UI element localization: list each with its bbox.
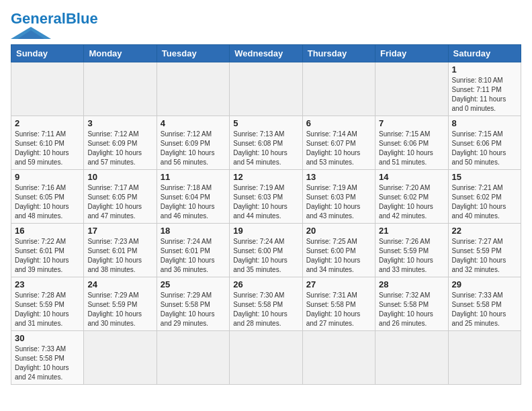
day-info: Sunrise: 7:25 AM Sunset: 6:00 PM Dayligh… [306,237,371,275]
calendar-cell: 7Sunrise: 7:15 AM Sunset: 6:06 PM Daylig… [375,116,448,170]
weekday-header-wednesday: Wednesday [230,45,302,62]
logo: GeneralBlue [11,11,98,39]
calendar-cell: 21Sunrise: 7:26 AM Sunset: 5:59 PM Dayli… [375,224,448,277]
day-info: Sunrise: 7:22 AM Sunset: 6:01 PM Dayligh… [15,237,80,275]
calendar-cell: 11Sunrise: 7:18 AM Sunset: 6:04 PM Dayli… [157,170,229,224]
calendar-cell: 22Sunrise: 7:27 AM Sunset: 5:59 PM Dayli… [448,224,521,277]
calendar-cell: 9Sunrise: 7:16 AM Sunset: 6:05 PM Daylig… [11,170,84,224]
day-info: Sunrise: 7:23 AM Sunset: 6:01 PM Dayligh… [87,237,152,275]
day-info: Sunrise: 7:17 AM Sunset: 6:05 PM Dayligh… [87,183,152,221]
weekday-header-sunday: Sunday [11,45,84,62]
calendar-cell: 23Sunrise: 7:28 AM Sunset: 5:59 PM Dayli… [11,277,84,331]
calendar-cell [302,62,375,116]
weekday-header-tuesday: Tuesday [157,45,229,62]
weekday-header-saturday: Saturday [448,45,521,62]
day-info: Sunrise: 7:24 AM Sunset: 6:01 PM Dayligh… [161,237,226,275]
calendar-cell: 3Sunrise: 7:12 AM Sunset: 6:09 PM Daylig… [84,116,157,170]
day-number: 20 [306,226,371,236]
day-number: 12 [233,172,298,182]
calendar-cell [375,331,448,385]
calendar-cell: 16Sunrise: 7:22 AM Sunset: 6:01 PM Dayli… [11,224,84,277]
weekday-header-row: SundayMondayTuesdayWednesdayThursdayFrid… [11,45,521,62]
day-info: Sunrise: 7:14 AM Sunset: 6:07 PM Dayligh… [306,130,371,167]
calendar-cell: 20Sunrise: 7:25 AM Sunset: 6:00 PM Dayli… [302,224,375,277]
calendar-cell [157,331,229,385]
day-number: 9 [15,172,80,182]
weekday-header-friday: Friday [375,45,448,62]
day-number: 24 [87,279,152,289]
calendar-cell: 27Sunrise: 7:31 AM Sunset: 5:58 PM Dayli… [302,277,375,331]
day-number: 19 [233,226,298,236]
calendar-cell: 2Sunrise: 7:11 AM Sunset: 6:10 PM Daylig… [11,116,84,170]
calendar-cell [230,62,302,116]
day-info: Sunrise: 7:11 AM Sunset: 6:10 PM Dayligh… [15,130,80,167]
day-number: 17 [87,226,152,236]
calendar-week-row: 16Sunrise: 7:22 AM Sunset: 6:01 PM Dayli… [11,224,521,277]
calendar-cell: 28Sunrise: 7:32 AM Sunset: 5:58 PM Dayli… [375,277,448,331]
calendar-cell [11,62,84,116]
day-number: 18 [161,226,226,236]
logo-text: GeneralBlue [11,11,98,27]
day-info: Sunrise: 7:29 AM Sunset: 5:58 PM Dayligh… [161,291,226,328]
calendar-week-row: 23Sunrise: 7:28 AM Sunset: 5:59 PM Dayli… [11,277,521,331]
day-number: 30 [15,333,80,343]
day-info: Sunrise: 7:24 AM Sunset: 6:00 PM Dayligh… [233,237,298,275]
calendar-cell: 15Sunrise: 7:21 AM Sunset: 6:02 PM Dayli… [448,170,521,224]
day-info: Sunrise: 7:27 AM Sunset: 5:59 PM Dayligh… [452,237,517,275]
day-number: 10 [87,172,152,182]
calendar-cell [84,62,157,116]
day-number: 1 [452,64,517,75]
day-info: Sunrise: 7:26 AM Sunset: 5:59 PM Dayligh… [379,237,444,275]
day-number: 21 [379,226,444,236]
day-number: 26 [233,279,298,289]
logo-blue: Blue [66,10,98,27]
day-number: 28 [379,279,444,289]
day-info: Sunrise: 7:28 AM Sunset: 5:59 PM Dayligh… [15,291,80,328]
day-number: 6 [306,118,371,128]
day-info: Sunrise: 7:12 AM Sunset: 6:09 PM Dayligh… [161,130,226,167]
day-info: Sunrise: 7:33 AM Sunset: 5:58 PM Dayligh… [15,345,80,382]
day-info: Sunrise: 7:18 AM Sunset: 6:04 PM Dayligh… [161,183,226,221]
day-number: 13 [306,172,371,182]
calendar-week-row: 30Sunrise: 7:33 AM Sunset: 5:58 PM Dayli… [11,331,521,385]
logo-icon [11,27,51,39]
calendar-cell: 24Sunrise: 7:29 AM Sunset: 5:59 PM Dayli… [84,277,157,331]
calendar-cell: 4Sunrise: 7:12 AM Sunset: 6:09 PM Daylig… [157,116,229,170]
day-number: 7 [379,118,444,128]
day-number: 25 [161,279,226,289]
calendar-cell: 1Sunrise: 8:10 AM Sunset: 7:11 PM Daylig… [448,62,521,116]
calendar-cell: 30Sunrise: 7:33 AM Sunset: 5:58 PM Dayli… [11,331,84,385]
calendar-cell: 10Sunrise: 7:17 AM Sunset: 6:05 PM Dayli… [84,170,157,224]
calendar-week-row: 9Sunrise: 7:16 AM Sunset: 6:05 PM Daylig… [11,170,521,224]
day-info: Sunrise: 7:12 AM Sunset: 6:09 PM Dayligh… [87,130,152,167]
calendar-cell [448,331,521,385]
day-number: 27 [306,279,371,289]
day-info: Sunrise: 7:19 AM Sunset: 6:03 PM Dayligh… [306,183,371,221]
calendar-cell: 29Sunrise: 7:33 AM Sunset: 5:58 PM Dayli… [448,277,521,331]
calendar-cell: 19Sunrise: 7:24 AM Sunset: 6:00 PM Dayli… [230,224,302,277]
day-number: 8 [452,118,517,128]
day-info: Sunrise: 7:13 AM Sunset: 6:08 PM Dayligh… [233,130,298,167]
calendar-cell: 14Sunrise: 7:20 AM Sunset: 6:02 PM Dayli… [375,170,448,224]
day-info: Sunrise: 7:31 AM Sunset: 5:58 PM Dayligh… [306,291,371,328]
day-number: 2 [15,118,80,128]
day-number: 5 [233,118,298,128]
calendar-cell [84,331,157,385]
day-info: Sunrise: 8:10 AM Sunset: 7:11 PM Dayligh… [452,76,517,113]
day-info: Sunrise: 7:29 AM Sunset: 5:59 PM Dayligh… [87,291,152,328]
day-info: Sunrise: 7:32 AM Sunset: 5:58 PM Dayligh… [379,291,444,328]
day-number: 16 [15,226,80,236]
day-number: 3 [87,118,152,128]
day-number: 23 [15,279,80,289]
day-info: Sunrise: 7:16 AM Sunset: 6:05 PM Dayligh… [15,183,80,221]
calendar-cell: 18Sunrise: 7:24 AM Sunset: 6:01 PM Dayli… [157,224,229,277]
day-info: Sunrise: 7:20 AM Sunset: 6:02 PM Dayligh… [379,183,444,221]
calendar-week-row: 2Sunrise: 7:11 AM Sunset: 6:10 PM Daylig… [11,116,521,170]
day-info: Sunrise: 7:30 AM Sunset: 5:58 PM Dayligh… [233,291,298,328]
day-number: 4 [161,118,226,128]
calendar-cell [302,331,375,385]
calendar-cell [230,331,302,385]
calendar-cell: 17Sunrise: 7:23 AM Sunset: 6:01 PM Dayli… [84,224,157,277]
day-number: 22 [452,226,517,236]
calendar-cell [157,62,229,116]
